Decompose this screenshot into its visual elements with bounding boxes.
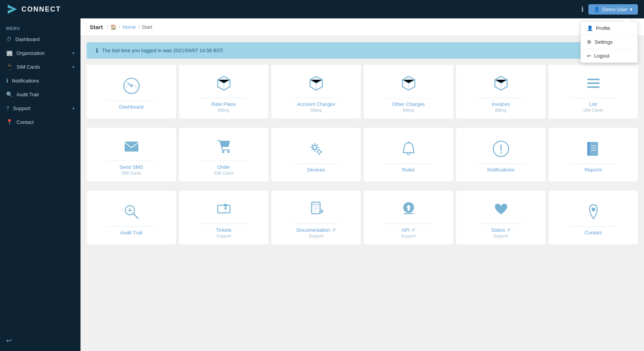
info-circle-icon: ℹ — [6, 77, 8, 84]
svg-point-14 — [500, 152, 502, 153]
sidebar-item-dashboard[interactable]: ⏱ Dashboard — [0, 32, 80, 46]
card-title: Send SMS — [119, 164, 143, 170]
profile-label: Profile — [596, 25, 610, 31]
home-icon: 🏠 — [110, 24, 117, 30]
sidebar-item-organization[interactable]: 🏢 Organization ▾ — [0, 46, 80, 60]
sidebar-logout[interactable]: ↩ — [0, 330, 80, 351]
sidebar-item-label-notifications: Notifications — [12, 78, 39, 84]
list-icon — [584, 74, 603, 92]
box-icon — [215, 74, 233, 92]
card-subtitle: Billing — [310, 108, 322, 112]
sidebar-item-sim-cards[interactable]: 📱 SIM Cards ▾ — [0, 60, 80, 74]
card-documentation[interactable]: Documentation ↗ Support — [271, 191, 361, 244]
search-icon: 🔍 — [6, 91, 13, 97]
divider — [384, 163, 432, 164]
card-reports[interactable]: Reports — [549, 128, 638, 181]
card-api[interactable]: API ↗ Support — [364, 191, 453, 244]
svg-rect-16 — [587, 142, 590, 156]
user-dropdown-menu: 👤 Profile ⚙ Settings ↩ Logout — [580, 21, 638, 63]
divider — [107, 161, 155, 161]
header-controls: ℹ 👤 Demo User ▾ 👤 Profile ⚙ Settings ↩ L… — [581, 4, 638, 15]
breadcrumb-sep1: / — [107, 24, 108, 30]
card-devices[interactable]: Devices — [271, 128, 361, 181]
book-icon — [584, 140, 603, 158]
card-list[interactable]: List SIM Cards — [549, 65, 638, 119]
card-subtitle: Billing — [218, 108, 229, 112]
card-dashboard[interactable]: Dashboard — [87, 65, 176, 119]
card-invoices[interactable]: Invoices Billing — [456, 65, 545, 119]
simcard-icon: 📱 — [6, 64, 13, 70]
divider — [107, 101, 155, 101]
ticket-icon — [215, 200, 233, 218]
logout-icon: ↩ — [587, 53, 591, 59]
svg-rect-4 — [587, 82, 600, 84]
card-title: Notifications — [487, 167, 514, 173]
alert-banner: ℹ The last time you logged in was 2021/0… — [87, 42, 638, 59]
header: CONNECT ℹ 👤 Demo User ▾ 👤 Profile ⚙ Sett… — [0, 0, 644, 18]
divider — [477, 224, 525, 224]
card-account-charges[interactable]: Account Charges Billing — [271, 65, 361, 119]
card-subtitle: SIM Cards — [214, 171, 234, 175]
bell-icon — [399, 140, 418, 158]
card-audit-trail[interactable]: Audit Trail — [87, 191, 176, 244]
speedometer-icon: ⏱ — [6, 36, 12, 42]
card-send-sms[interactable]: Send SMS SIM Cards — [87, 128, 176, 181]
cart-icon — [215, 137, 233, 155]
divider — [200, 161, 248, 161]
sidebar-item-support[interactable]: ? Support ▾ — [0, 101, 80, 115]
info-icon[interactable]: ℹ — [581, 5, 584, 13]
dropdown-profile[interactable]: 👤 Profile — [581, 21, 637, 35]
chevron-icon: ▾ — [72, 51, 74, 55]
card-title: Tickets — [216, 227, 232, 233]
sidebar-item-notifications[interactable]: ℹ Notifications — [0, 74, 80, 87]
app-body: MENU ⏱ Dashboard 🏢 Organization ▾ 📱 SIM … — [0, 18, 644, 351]
sidebar-item-audit-trail[interactable]: 🔍 Audit Trail — [0, 87, 80, 101]
card-title: Contact — [585, 230, 602, 236]
logout-label: Logout — [594, 53, 610, 59]
card-contact[interactable]: Contact — [549, 191, 638, 244]
sidebar-item-label-dashboard: Dashboard — [15, 36, 40, 42]
divider — [477, 98, 525, 98]
dropdown-logout[interactable]: ↩ Logout — [581, 49, 637, 63]
card-rules[interactable]: Rules — [364, 128, 453, 181]
card-title: Reports — [585, 167, 602, 173]
card-title: Order — [217, 164, 230, 170]
divider — [292, 163, 340, 164]
card-order[interactable]: Order SIM Cards — [179, 128, 268, 181]
sidebar-item-label-contact: Contact — [16, 119, 34, 125]
breadcrumb-sep3: / — [138, 24, 140, 30]
card-tickets[interactable]: Tickets Support — [179, 191, 268, 244]
card-subtitle: Billing — [495, 108, 506, 112]
card-grid-row3: Audit Trail Tickets Support — [80, 188, 644, 250]
box-icon — [399, 74, 418, 92]
card-other-charges[interactable]: Other Charges Billing — [364, 65, 453, 119]
sidebar-item-label-sim-cards: SIM Cards — [16, 64, 40, 70]
chevron-icon: ▾ — [72, 106, 74, 110]
user-menu-button[interactable]: 👤 Demo User ▾ — [588, 4, 638, 15]
card-title: Status ↗ — [491, 227, 511, 233]
user-icon: 👤 — [594, 7, 600, 12]
breadcrumb-sep2: / — [119, 24, 120, 30]
card-title: Other Charges — [392, 101, 425, 107]
chevron-down-icon: ▾ — [630, 7, 632, 12]
card-subtitle: Support — [401, 234, 416, 238]
breadcrumb-current: Start — [142, 24, 152, 30]
sidebar-item-label-organization: Organization — [16, 50, 45, 56]
settings-label: Settings — [595, 39, 613, 45]
chevron-icon: ▾ — [72, 65, 74, 69]
box-icon — [307, 74, 325, 92]
card-status[interactable]: Status ↗ Support — [456, 191, 545, 244]
card-rate-plans[interactable]: Rate Plans Billing — [179, 65, 268, 119]
breadcrumb-home-link[interactable]: Home — [122, 24, 136, 30]
card-grid-row1: Dashboard Rate Plans Billing — [80, 62, 644, 125]
dropdown-settings[interactable]: ⚙ Settings — [581, 35, 637, 49]
sidebar-item-label-audit-trail: Audit Trail — [16, 92, 39, 97]
speedometer-icon — [122, 77, 141, 95]
exclamation-icon — [492, 140, 510, 158]
envelope-icon — [122, 137, 141, 155]
pin-icon — [584, 203, 603, 221]
card-subtitle: SIM Cards — [122, 171, 141, 175]
sidebar-item-contact[interactable]: 📍 Contact — [0, 115, 80, 129]
card-notifications[interactable]: Notifications — [456, 128, 545, 181]
profile-icon: 👤 — [587, 25, 593, 31]
